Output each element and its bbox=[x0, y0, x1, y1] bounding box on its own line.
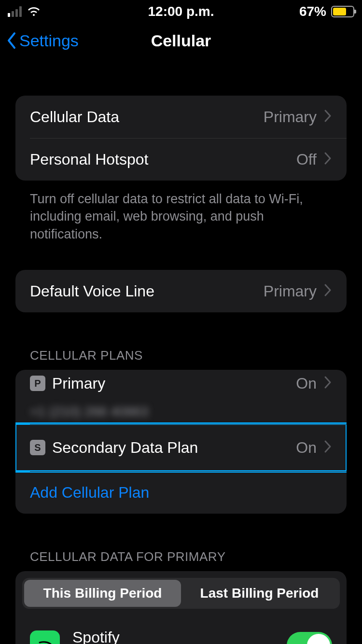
row-default-voice-line[interactable]: Default Voice Line Primary bbox=[15, 270, 347, 312]
voice-line-value: Primary bbox=[264, 282, 317, 300]
toggle-spotify-cellular[interactable] bbox=[287, 632, 332, 644]
row-personal-hotspot[interactable]: Personal Hotspot Off bbox=[15, 138, 347, 181]
app-name: Spotify bbox=[72, 629, 120, 644]
chevron-right-icon bbox=[323, 283, 332, 299]
group-usage: This Billing Period Last Billing Period … bbox=[15, 571, 347, 644]
row-plan-secondary[interactable]: S Secondary Data Plan On bbox=[15, 424, 347, 471]
group-voice-line: Default Voice Line Primary bbox=[15, 270, 347, 312]
status-time: 12:00 p.m. bbox=[104, 4, 258, 19]
plan-secondary-title: Secondary Data Plan bbox=[52, 439, 198, 457]
spotify-icon bbox=[30, 630, 60, 644]
segment-last-period[interactable]: Last Billing Period bbox=[181, 580, 338, 607]
group-cellular-settings: Cellular Data Primary Personal Hotspot O… bbox=[15, 96, 347, 181]
status-left bbox=[8, 6, 104, 17]
wifi-icon bbox=[27, 6, 41, 17]
plan-primary-value: On bbox=[296, 375, 317, 392]
row-add-cellular-plan[interactable]: Add Cellular Plan bbox=[15, 471, 347, 514]
section-header-usage: CELLULAR DATA FOR PRIMARY bbox=[15, 549, 347, 571]
hotspot-label: Personal Hotspot bbox=[30, 151, 296, 168]
add-plan-label: Add Cellular Plan bbox=[30, 484, 332, 502]
status-bar: 12:00 p.m. 67% bbox=[0, 0, 362, 23]
plan-primary-title: Primary bbox=[52, 375, 105, 392]
cellular-data-label: Cellular Data bbox=[30, 108, 264, 126]
segmented-billing-period: This Billing Period Last Billing Period bbox=[22, 578, 340, 609]
chevron-left-icon bbox=[6, 32, 17, 49]
group-cellular-plans: P Primary On +1 (210) 266 40863 S Second… bbox=[15, 370, 347, 514]
cellular-data-footer: Turn off cellular data to restrict all d… bbox=[15, 181, 347, 243]
hotspot-value: Off bbox=[296, 151, 317, 168]
plan-primary-subtitle: +1 (210) 266 40863 bbox=[30, 404, 332, 420]
chevron-right-icon bbox=[323, 109, 332, 125]
segment-this-period[interactable]: This Billing Period bbox=[24, 580, 181, 607]
plan-badge-primary: P bbox=[30, 376, 45, 391]
chevron-right-icon bbox=[323, 376, 332, 391]
plan-secondary-value: On bbox=[296, 439, 317, 457]
row-cellular-data[interactable]: Cellular Data Primary bbox=[15, 96, 347, 138]
battery-icon bbox=[331, 6, 354, 17]
row-app-spotify: Spotify 152 MB bbox=[15, 616, 347, 644]
voice-line-label: Default Voice Line bbox=[30, 282, 264, 300]
cellular-signal-icon bbox=[8, 6, 22, 17]
cellular-data-value: Primary bbox=[264, 108, 317, 126]
nav-bar: Settings Cellular bbox=[0, 23, 362, 58]
plan-badge-secondary: S bbox=[30, 440, 45, 455]
page-title: Cellular bbox=[151, 31, 211, 50]
section-header-plans: CELLULAR PLANS bbox=[15, 348, 347, 370]
battery-percentage: 67% bbox=[299, 4, 326, 19]
chevron-right-icon bbox=[323, 440, 332, 455]
status-right: 67% bbox=[258, 4, 354, 19]
chevron-right-icon bbox=[323, 152, 332, 167]
back-label: Settings bbox=[19, 31, 79, 50]
back-button[interactable]: Settings bbox=[6, 31, 79, 50]
row-plan-primary[interactable]: P Primary On +1 (210) 266 40863 bbox=[15, 370, 347, 424]
